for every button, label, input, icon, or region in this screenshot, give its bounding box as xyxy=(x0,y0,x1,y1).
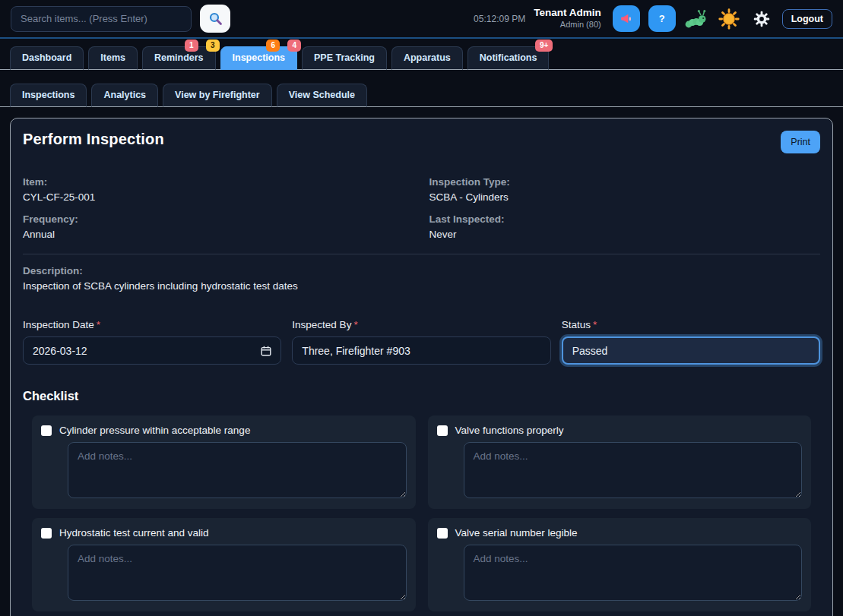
tab-label: View by Firefighter xyxy=(175,90,260,100)
checklist-item: Valve functions properly xyxy=(428,415,812,509)
tab-apparatus[interactable]: Apparatus xyxy=(391,46,463,70)
item-info: Item: CYL-CF-25-001 Inspection Type: SCB… xyxy=(23,176,820,240)
label-text: Status xyxy=(562,319,591,330)
info-label: Inspection Type: xyxy=(429,176,821,188)
search-input[interactable] xyxy=(11,6,192,32)
tab-label: View Schedule xyxy=(289,90,355,100)
perform-inspection-panel: Perform Inspection Print Item: CYL-CF-25… xyxy=(10,118,833,616)
checklist-notes-textarea[interactable] xyxy=(68,545,407,601)
checklist-item-label: Valve functions properly xyxy=(455,425,564,436)
info-frequency: Frequency: Annual xyxy=(23,213,414,240)
info-label: Item: xyxy=(23,176,414,188)
reminders-badge-upcoming: 3 xyxy=(206,39,220,52)
divider xyxy=(23,254,820,254)
tab-label: Inspections xyxy=(22,90,74,100)
logout-button[interactable]: Logout xyxy=(782,9,832,29)
tab-label: Analytics xyxy=(103,90,146,100)
info-value: CYL-CF-25-001 xyxy=(23,191,414,203)
checklist-grid: Cylinder pressure within acceptable rang… xyxy=(23,415,820,611)
checklist-notes-textarea[interactable] xyxy=(68,442,407,498)
checklist-item-label: Hydrostatic test current and valid xyxy=(59,527,209,539)
checklist-item: Hydrostatic test current and valid xyxy=(32,518,416,611)
announcements-button[interactable] xyxy=(613,5,640,32)
print-button[interactable]: Print xyxy=(781,131,820,153)
tab-reminders[interactable]: Reminders 1 3 xyxy=(142,46,216,70)
search-button[interactable] xyxy=(200,5,230,33)
checklist-title: Checklist xyxy=(23,389,820,403)
checklist-item-label: Valve serial number legible xyxy=(455,527,578,539)
tab-inspections[interactable]: Inspections 6 4 xyxy=(220,46,297,70)
required-asterisk: * xyxy=(593,319,597,330)
main-tab-bar: Dashboard Items Reminders 1 3 Inspection… xyxy=(0,39,843,70)
status-input[interactable] xyxy=(572,345,810,357)
gear-icon xyxy=(753,10,771,28)
checklist-checkbox[interactable] xyxy=(437,425,448,436)
checklist-checkbox[interactable] xyxy=(41,425,52,436)
info-item: Item: CYL-CF-25-001 xyxy=(23,176,414,203)
inspected-by-label: Inspected By* xyxy=(292,319,357,330)
status-select[interactable] xyxy=(562,336,820,365)
checklist-item-label: Cylinder pressure within acceptable rang… xyxy=(59,425,250,436)
tab-notifications[interactable]: Notifications 9+ xyxy=(467,46,550,70)
inspected-by-field[interactable] xyxy=(292,336,550,365)
tab-dashboard[interactable]: Dashboard xyxy=(10,46,84,70)
tab-label: Items xyxy=(100,52,125,63)
subtab-inspections[interactable]: Inspections xyxy=(10,84,87,107)
inspection-date-input[interactable] xyxy=(33,345,261,357)
settings-button[interactable] xyxy=(750,5,774,32)
topbar: 05:12:09 PM Tenant Admin Admin (80) ? xyxy=(0,0,843,39)
subtab-view-schedule[interactable]: View Schedule xyxy=(277,84,367,107)
user-name: Tenant Admin xyxy=(534,7,601,20)
required-asterisk: * xyxy=(353,319,357,330)
sun-button[interactable] xyxy=(717,5,741,32)
subtab-view-by-firefighter[interactable]: View by Firefighter xyxy=(163,84,272,107)
subtab-analytics[interactable]: Analytics xyxy=(91,84,158,107)
sun-icon xyxy=(718,8,740,30)
info-inspection-type: Inspection Type: SCBA - Cylinders xyxy=(429,176,821,203)
question-mark-icon: ? xyxy=(659,13,665,24)
calendar-icon[interactable] xyxy=(261,346,271,356)
checklist-checkbox[interactable] xyxy=(41,528,52,539)
inspection-form: Inspection Date* Inspected By* xyxy=(23,319,820,365)
tab-label: PPE Tracking xyxy=(314,52,375,63)
notifications-badge: 9+ xyxy=(535,39,553,52)
description-label: Description: xyxy=(23,265,820,276)
caterpillar-icon xyxy=(685,9,708,29)
info-value: SCBA - Cylinders xyxy=(429,191,821,203)
search-icon xyxy=(208,11,223,26)
info-value: Annual xyxy=(23,229,414,240)
label-text: Inspection Date xyxy=(23,319,94,330)
tab-label: Inspections xyxy=(233,52,285,63)
tab-label: Reminders xyxy=(154,52,204,63)
help-button[interactable]: ? xyxy=(648,5,676,32)
inspections-badge-overdue: 4 xyxy=(287,39,301,52)
tab-ppe-tracking[interactable]: PPE Tracking xyxy=(302,46,387,70)
inspection-date-field[interactable] xyxy=(23,336,281,365)
checklist-item: Cylinder pressure within acceptable rang… xyxy=(32,415,416,509)
clock: 05:12:09 PM xyxy=(474,14,525,24)
megaphone-icon xyxy=(620,12,632,25)
checklist-notes-textarea[interactable] xyxy=(464,442,803,498)
inspected-by-group: Inspected By* xyxy=(292,319,550,365)
status-label: Status* xyxy=(562,319,597,330)
inspection-date-group: Inspection Date* xyxy=(23,319,281,365)
inspection-date-label: Inspection Date* xyxy=(23,319,100,330)
description-block: Description: Inspection of SCBA cylinder… xyxy=(23,265,820,292)
reminders-badge-overdue: 1 xyxy=(185,39,198,52)
checklist-notes-textarea[interactable] xyxy=(464,545,803,601)
user-role: Admin (80) xyxy=(534,20,601,30)
user-info: Tenant Admin Admin (80) xyxy=(534,7,601,30)
checklist-checkbox[interactable] xyxy=(437,528,448,539)
tab-items[interactable]: Items xyxy=(88,46,138,70)
info-label: Last Inspected: xyxy=(429,213,821,225)
info-last-inspected: Last Inspected: Never xyxy=(429,213,821,240)
caterpillar-button[interactable] xyxy=(684,5,708,32)
label-text: Inspected By xyxy=(292,319,351,330)
page-title: Perform Inspection xyxy=(23,131,164,148)
info-label: Frequency: xyxy=(23,213,414,225)
description-text: Inspection of SCBA cylinders including h… xyxy=(23,280,820,292)
required-asterisk: * xyxy=(97,319,100,330)
sub-tab-bar: Inspections Analytics View by Firefighte… xyxy=(0,70,843,107)
inspections-badge-due: 6 xyxy=(266,39,280,52)
inspected-by-input[interactable] xyxy=(302,345,540,357)
